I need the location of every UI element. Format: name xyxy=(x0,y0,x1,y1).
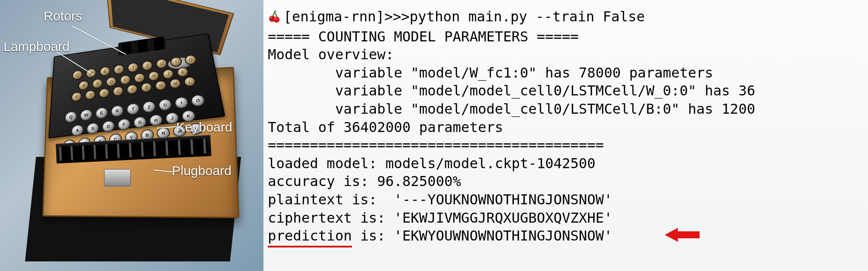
svg-point-2 xyxy=(270,17,272,18)
lamp-key: P xyxy=(71,91,82,102)
terminal-line: accuracy is: 96.825000% xyxy=(268,173,868,191)
terminal-line: ciphertext is: 'EKWJIVMGGJRQXUGBOXQVZXHE… xyxy=(268,209,868,227)
keyboard-key: H xyxy=(149,114,163,127)
lamp-key: V xyxy=(126,84,138,95)
terminal-line: plaintext is: '---YOUKNOWNOTHINGJONSNOW' xyxy=(268,191,868,209)
label-plugboard: Plugboard xyxy=(172,163,232,178)
keyboard-key: T xyxy=(126,102,140,115)
lamp-key: C xyxy=(113,86,124,97)
lamp-key: N xyxy=(154,80,167,91)
lamp-key: K xyxy=(176,67,189,78)
svg-point-3 xyxy=(275,18,277,19)
lamp-key: L xyxy=(183,76,196,87)
lamp-key: R xyxy=(113,64,125,75)
lamp-key: F xyxy=(120,74,131,85)
keyboard-key: E xyxy=(95,106,108,119)
terminal-prompt-line: [enigma-rnn]>>>python main.py --train Fa… xyxy=(268,8,868,28)
keyboard-key: Z xyxy=(142,100,156,113)
svg-marker-4 xyxy=(665,228,700,242)
label-rotors: Rotors xyxy=(44,9,82,24)
keyboard-key: W xyxy=(80,108,92,122)
lamp-key: X xyxy=(99,88,110,99)
keyboard-key: F xyxy=(117,118,131,131)
label-lampboard: Lampboard xyxy=(3,39,70,54)
lamp-key: Q xyxy=(72,69,83,81)
enigma-photo: QWERTZUIO ASDFGHJK PYXCVBNML QWERTZUIO A… xyxy=(0,0,263,271)
prediction-line: prediction is: 'EKWYOUWNOWNOTHINGJONSNOW… xyxy=(268,227,868,247)
terminal-line: ===== COUNTING MODEL PARAMETERS ===== xyxy=(268,28,868,46)
cherry-icon xyxy=(268,10,281,28)
lamp-key: E xyxy=(99,66,111,77)
shell-command: python main.py --train False xyxy=(410,8,645,25)
keyboard-key: S xyxy=(86,122,99,135)
lamp-key: O xyxy=(184,54,197,65)
keyboard-key: I xyxy=(174,96,189,109)
keyboard-key: D xyxy=(102,120,115,133)
lamp-key: I xyxy=(170,56,182,68)
terminal-line: Model overview: xyxy=(268,46,868,64)
red-arrow-icon xyxy=(665,226,700,244)
shell-prompt: [enigma-rnn]>>> xyxy=(284,8,410,25)
keyboard-key: Q xyxy=(65,111,77,124)
svg-point-1 xyxy=(273,17,280,23)
lamp-key: D xyxy=(106,76,117,88)
front-clasp xyxy=(104,169,131,186)
lamp-key: Z xyxy=(141,60,154,71)
lamp-key: G xyxy=(133,72,145,84)
lamp-key: T xyxy=(127,62,139,73)
keyboard-key: G xyxy=(133,116,147,129)
keyboard-key: A xyxy=(71,124,84,137)
lamp-key: B xyxy=(140,82,153,93)
terminal-line: variable "model/model_cell0/LSTMCell/B:0… xyxy=(268,100,868,119)
terminal-line: variable "model/W_fc1:0" has 78000 param… xyxy=(268,64,868,82)
label-keyboard: Keyboard xyxy=(176,120,232,135)
lamp-key: J xyxy=(162,68,174,80)
lamp-key: U xyxy=(155,58,167,69)
keyboard-key: U xyxy=(158,98,172,111)
lamp-key: S xyxy=(92,78,103,89)
prediction-word: prediction xyxy=(268,227,352,247)
terminal-line: ======================================== xyxy=(268,136,868,155)
lamp-key: M xyxy=(169,78,181,89)
terminal-line: Total of 36402000 parameters xyxy=(268,119,868,137)
terminal-line: variable "model/model_cell0/LSTMCell/W_0… xyxy=(268,82,868,100)
terminal-line: loaded model: models/model.ckpt-1042500 xyxy=(268,155,868,173)
keyboard-key: O xyxy=(190,94,205,108)
lamp-key: Y xyxy=(85,89,96,101)
keyboard-key: R xyxy=(111,105,124,118)
lamp-key: A xyxy=(78,80,89,91)
terminal-output: [enigma-rnn]>>>python main.py --train Fa… xyxy=(263,0,868,271)
prediction-rest: is: 'EKWYOUWNOWNOTHINGJONSNOW' xyxy=(352,227,612,244)
lamp-key: H xyxy=(148,71,160,82)
